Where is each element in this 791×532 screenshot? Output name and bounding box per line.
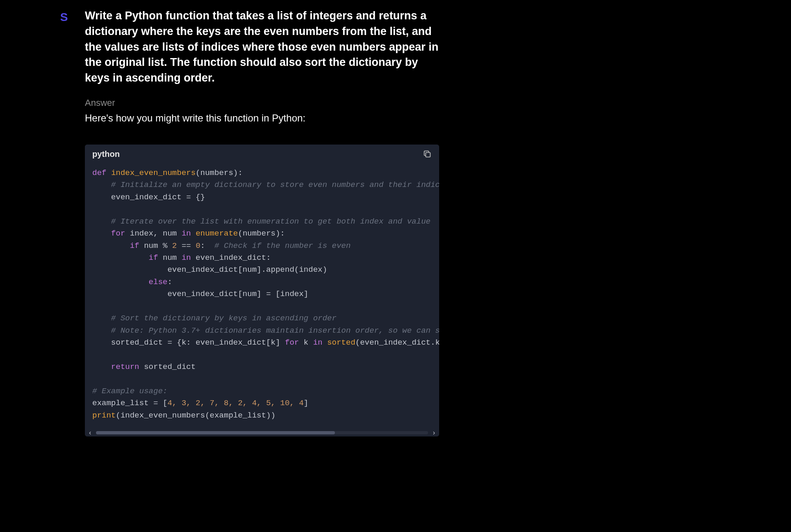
scroll-right-arrow[interactable]: ›: [431, 429, 437, 436]
code-token: 0: [196, 241, 200, 250]
code-token: example_list = [: [92, 399, 167, 408]
user-avatar: S: [60, 12, 72, 23]
scroll-thumb[interactable]: [96, 431, 335, 434]
code-token: in: [182, 253, 191, 262]
code-token: num: [158, 253, 182, 262]
code-language-label: python: [92, 149, 120, 159]
code-token: even_index_dict[num].append(index): [167, 265, 327, 274]
answer-intro: Here's how you might write this function…: [85, 112, 439, 124]
code-token: (index_even_numbers(example_list)): [116, 411, 276, 420]
code-token: [323, 338, 327, 347]
code-token: sorted_dict: [139, 362, 196, 371]
code-token: 2: [172, 241, 177, 250]
svg-rect-0: [426, 153, 430, 157]
code-token: even_index_dict = {}: [111, 193, 205, 202]
code-token: num %: [139, 241, 172, 250]
code-token: if: [149, 253, 158, 262]
code-token: ]: [304, 399, 308, 408]
scroll-left-arrow[interactable]: ‹: [87, 429, 93, 436]
code-token: return: [111, 362, 139, 371]
answer-label: Answer: [85, 98, 439, 108]
chat-content: Write a Python function that takes a lis…: [85, 8, 439, 436]
code-token: even_index_dict:: [191, 253, 271, 262]
code-token: in: [182, 229, 191, 238]
code-token: index, num: [125, 229, 182, 238]
code-token: k: [299, 338, 313, 347]
code-token: even_index_dict[num] = [index]: [167, 289, 308, 299]
code-block: python def index_even_numbers(numbers): …: [85, 145, 439, 436]
copy-icon[interactable]: [423, 149, 432, 159]
code-token: in: [313, 338, 323, 347]
code-token: for: [285, 338, 299, 347]
code-token: sorted_dict = {k: even_index_dict[k]: [111, 338, 285, 347]
code-token: (numbers):: [238, 229, 285, 238]
code-token: if: [130, 241, 139, 250]
code-token: :: [167, 278, 172, 287]
code-token: [191, 229, 195, 238]
code-token: enumerate: [196, 229, 238, 238]
code-token: # Check if the number is even: [215, 241, 351, 250]
code-token: # Initialize an empty dictionary to stor…: [111, 180, 439, 189]
code-token: # Note: Python 3.7+ dictionaries maintai…: [111, 326, 439, 335]
user-question: Write a Python function that takes a lis…: [85, 8, 439, 86]
code-token: 4, 3, 2, 7, 8, 2, 4, 5, 10, 4: [167, 399, 304, 408]
code-token: # Iterate over the list with enumeration…: [111, 217, 431, 226]
code-token: sorted: [327, 338, 355, 347]
code-header: python: [85, 145, 439, 164]
code-token: :: [200, 241, 214, 250]
scroll-track[interactable]: [96, 431, 428, 434]
code-content[interactable]: def index_even_numbers(numbers): # Initi…: [85, 164, 439, 429]
code-token: (even_index_dict.keys(): [356, 338, 439, 347]
code-token: # Sort the dictionary by keys in ascendi…: [111, 314, 337, 323]
code-token: else: [149, 278, 168, 287]
code-token: print: [92, 411, 116, 420]
code-token: def: [92, 168, 106, 177]
code-token: ==: [177, 241, 196, 250]
code-token: # Example usage:: [92, 387, 167, 396]
code-token: index_even_numbers: [111, 168, 196, 177]
code-scrollbar[interactable]: ‹ ›: [85, 429, 439, 436]
code-token: (numbers):: [196, 168, 243, 177]
code-token: for: [111, 229, 125, 238]
